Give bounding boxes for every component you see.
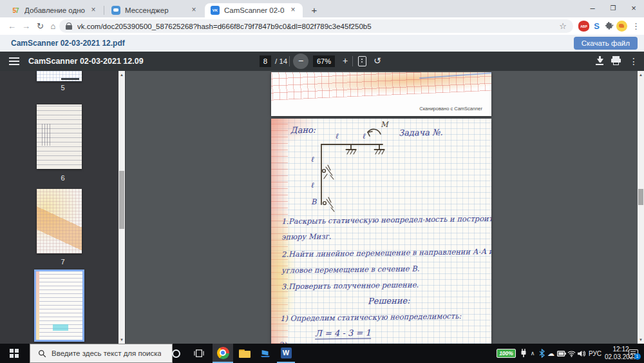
- tab-separator: [104, 6, 104, 15]
- battery-icon[interactable]: [556, 344, 567, 363]
- start-button[interactable]: [0, 344, 30, 363]
- chrome-icon: [217, 347, 229, 359]
- thumbnail-page-8-selected[interactable]: [34, 270, 84, 342]
- desktop-screen: 57 Добавление одного файла » Ст × Мессен…: [0, 0, 644, 363]
- https-lock-icon: [66, 23, 72, 30]
- window-minimize-button[interactable]: –: [582, 0, 603, 17]
- handwriting-line: 2.Найти линейное перемещение в направлен…: [281, 247, 491, 259]
- task-view-button[interactable]: [189, 344, 209, 363]
- browser-navbar: ← → ↻ ⌂ vk.com/doc205390500_587625268?ha…: [0, 17, 644, 35]
- action-center-button[interactable]: 1: [623, 344, 643, 363]
- taskbar-chrome-button-active[interactable]: [213, 344, 233, 363]
- sidebar-scrollbar-thumb[interactable]: [119, 171, 124, 229]
- download-pdf-icon[interactable]: [595, 56, 604, 65]
- graph-paper-grid: [271, 72, 491, 101]
- tab-studfile[interactable]: 57 Добавление одного файла » Ст ×: [5, 3, 103, 17]
- extensions-puzzle-icon[interactable]: [604, 21, 615, 32]
- zoom-level-value: 67%: [313, 55, 335, 67]
- search-icon: [38, 349, 46, 358]
- cortana-icon: [172, 349, 180, 358]
- yellow-extension-icon[interactable]: [616, 21, 627, 32]
- adblock-extension-icon[interactable]: ABP: [578, 21, 589, 32]
- tab-camscanner-pdf-active[interactable]: VK CamScanner 02-03-2021 12.pdf ×: [205, 3, 303, 17]
- taskbar-word-button[interactable]: W: [277, 344, 295, 363]
- scroll-down-icon[interactable]: ▼: [118, 337, 125, 343]
- speaker-icon[interactable]: [576, 344, 586, 363]
- handwriting-line: 1) Определим статическую неопределимость…: [280, 311, 461, 323]
- handwriting-dano: Дано:: [290, 125, 316, 135]
- vk-file-header: CamScanner 02-03-2021 12.pdf Скачать фай…: [0, 35, 644, 52]
- new-tab-button[interactable]: +: [308, 4, 321, 17]
- handwriting-line: 3.Проверить полученное решение.: [281, 280, 419, 291]
- language-indicator[interactable]: РУС: [586, 344, 604, 363]
- pdf-document-title: CamScanner 02-03-2021 12.09: [28, 57, 144, 66]
- browser-menu-icon[interactable]: ⋮: [630, 21, 641, 32]
- task-view-icon: [194, 349, 204, 358]
- pdf-viewer-content: 5 6 7 8 ▲ ▼ Сканировано с CamScanner: [0, 71, 644, 344]
- thumbnail-label: 7: [0, 258, 126, 266]
- handwriting-line: угловое перемещение в сечение В.: [281, 264, 419, 275]
- zoom-out-button[interactable]: −: [293, 54, 308, 69]
- tab-title: Добавление одного файла » Ст: [24, 6, 85, 14]
- rotate-page-icon[interactable]: ↺: [374, 55, 381, 66]
- zoom-in-button[interactable]: +: [339, 55, 351, 67]
- pdf-page-7-bottom: Сканировано с CamScanner: [271, 72, 491, 116]
- length-label: ℓ: [363, 132, 366, 141]
- windows-taskbar: W 100% ∧ ☁ РУС 12:12 02.03.2021 1: [0, 344, 644, 363]
- tab-close-icon[interactable]: ×: [189, 6, 198, 15]
- taskbar-laptop-app-button[interactable]: [256, 344, 274, 363]
- window-maximize-button[interactable]: ❐: [603, 0, 623, 17]
- url-text[interactable]: vk.com/doc205390500_587625268?hash=d666f…: [77, 23, 555, 30]
- scroll-up-icon[interactable]: ▲: [118, 72, 125, 78]
- bluetooth-icon[interactable]: [537, 344, 546, 363]
- file-name-link[interactable]: CamScanner 02-03-2021 12.pdf: [11, 39, 125, 48]
- scroll-up-icon[interactable]: ▲: [638, 72, 644, 78]
- bookmark-star-icon[interactable]: ☆: [559, 21, 567, 31]
- document-scrollbar[interactable]: ▲ ▼: [638, 71, 644, 344]
- tab-title: Мессенджер: [125, 6, 185, 14]
- home-button-icon[interactable]: ⌂: [46, 19, 60, 33]
- camscanner-watermark: Сканировано с CamScanner: [419, 106, 482, 112]
- notification-icon: 1: [629, 349, 638, 358]
- taskbar-file-explorer-button[interactable]: [236, 344, 254, 363]
- back-button-icon[interactable]: ←: [5, 19, 19, 33]
- thumbnail-page-6[interactable]: [37, 104, 82, 169]
- wifi-icon[interactable]: [567, 344, 576, 363]
- download-file-button[interactable]: Скачать файл: [574, 37, 638, 50]
- thumbnail-page-5[interactable]: [37, 71, 82, 81]
- document-scrollbar-thumb[interactable]: [638, 189, 643, 205]
- length-label: ℓ: [336, 132, 339, 141]
- handwriting-solution-heading: Решение:: [368, 296, 410, 306]
- thumbnail-label: 6: [0, 174, 126, 182]
- length-label: ℓ: [311, 155, 314, 164]
- file-explorer-icon: [239, 349, 251, 358]
- page-number-input[interactable]: [260, 55, 271, 67]
- sidebar-toggle-icon[interactable]: [9, 57, 19, 65]
- point-b-label: B: [311, 197, 317, 206]
- window-close-button[interactable]: ×: [623, 0, 644, 17]
- scroll-down-icon[interactable]: ▼: [638, 337, 644, 343]
- savefrom-extension-icon[interactable]: S: [591, 21, 602, 32]
- forward-button-icon[interactable]: →: [19, 19, 33, 33]
- toolbar-divider: [289, 56, 290, 66]
- battery-percent-indicator[interactable]: 100%: [495, 344, 518, 363]
- moment-label: M: [381, 120, 388, 129]
- cortana-button[interactable]: [166, 344, 185, 363]
- taskbar-search-box[interactable]: [30, 344, 173, 363]
- tab-messenger[interactable]: Мессенджер ×: [106, 3, 204, 17]
- pdf-more-menu-icon[interactable]: ⋮: [629, 56, 638, 66]
- tray-expand-chevron-icon[interactable]: ∧: [528, 344, 537, 363]
- reload-button-icon[interactable]: ↻: [33, 19, 47, 33]
- thumbnail-sidebar: 5 6 7 8 ▲ ▼: [0, 71, 126, 344]
- onedrive-cloud-icon[interactable]: ☁: [546, 344, 556, 363]
- search-input[interactable]: [52, 349, 161, 357]
- fit-page-icon[interactable]: [358, 56, 366, 66]
- sidebar-scrollbar[interactable]: ▲ ▼: [118, 71, 125, 344]
- address-bar[interactable]: vk.com/doc205390500_587625268?hash=d666f…: [59, 19, 573, 33]
- tab-close-icon[interactable]: ×: [289, 6, 298, 15]
- usb-device-icon[interactable]: [519, 344, 528, 363]
- thumbnail-page-7[interactable]: [37, 189, 82, 253]
- print-icon[interactable]: [611, 56, 621, 65]
- tab-close-icon[interactable]: ×: [89, 6, 98, 15]
- handwriting-line: 1.Раскрыть статическую неопредел-мость и…: [281, 214, 491, 226]
